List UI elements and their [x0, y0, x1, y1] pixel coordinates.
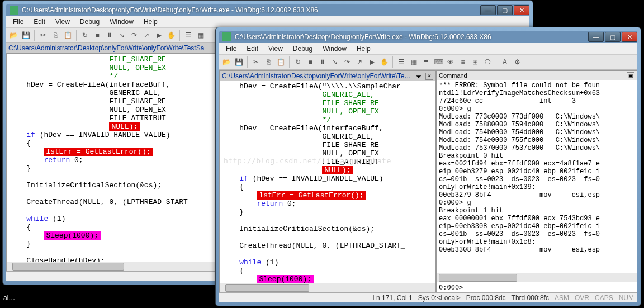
- restart-icon[interactable]: ↻: [293, 57, 303, 67]
- command-title-label: Command: [439, 72, 467, 79]
- open-icon[interactable]: 📂: [221, 57, 231, 67]
- break-icon[interactable]: ⏸: [318, 57, 328, 67]
- source-path-bar[interactable]: C:\Users\Administrator\Desktop\onlyForWr…: [220, 71, 435, 81]
- cut-icon[interactable]: ✂: [251, 57, 261, 67]
- source-path[interactable]: C:\Users\Administrator\Desktop\onlyForWr…: [222, 72, 412, 80]
- step-over-icon[interactable]: ↷: [129, 30, 139, 40]
- run-to-cursor-icon[interactable]: ▶: [154, 30, 164, 40]
- save-icon[interactable]: 💾: [21, 30, 31, 40]
- step-into-icon[interactable]: ↘: [117, 30, 127, 40]
- locals-icon[interactable]: ≡: [458, 57, 468, 67]
- menu-window[interactable]: Window: [105, 17, 138, 27]
- disasm-icon[interactable]: ⌨: [433, 57, 443, 67]
- paste-icon[interactable]: 📋: [276, 57, 286, 67]
- app-icon: [10, 6, 18, 15]
- menu-bar[interactable]: FileEditViewDebugWindowHelp: [6, 16, 529, 27]
- menu-help[interactable]: Help: [139, 17, 162, 27]
- font-icon[interactable]: A: [500, 57, 510, 67]
- command-output[interactable]: *** ERROR: Symbol file could not be foun…: [437, 80, 637, 273]
- status-caps: CAPS: [595, 294, 613, 302]
- close-button[interactable]: ✕: [622, 32, 637, 42]
- command-input-row[interactable]: 0:000>: [437, 282, 637, 292]
- status-proc: Proc 000:8dc: [466, 294, 506, 302]
- copy-icon[interactable]: ⎘: [50, 30, 60, 40]
- menu-edit[interactable]: Edit: [29, 17, 50, 27]
- status-bar: Ln 171, Col 1 Sys 0:<Local> Proc 000:8dc…: [219, 292, 637, 302]
- status-num: NUM: [619, 294, 634, 302]
- step-out-icon[interactable]: ↗: [141, 30, 151, 40]
- registers-icon[interactable]: ☰: [183, 30, 193, 40]
- cut-icon[interactable]: ✂: [38, 30, 48, 40]
- close-button[interactable]: ✕: [514, 5, 529, 15]
- maximize-button[interactable]: ▢: [497, 5, 513, 15]
- run-to-cursor-icon[interactable]: ▶: [367, 57, 377, 67]
- step-into-icon[interactable]: ↘: [330, 57, 340, 67]
- options-icon[interactable]: ⚙: [512, 57, 522, 67]
- open-icon[interactable]: 📂: [8, 30, 18, 40]
- menu-window[interactable]: Window: [318, 44, 351, 54]
- call-stack-icon[interactable]: ≣: [421, 57, 431, 67]
- threads-icon[interactable]: ⎔: [482, 57, 493, 67]
- menu-help[interactable]: Help: [352, 44, 375, 54]
- save-icon[interactable]: 💾: [234, 57, 244, 67]
- stop-icon[interactable]: ■: [92, 30, 102, 40]
- close-pane-button[interactable]: ▣: [627, 72, 634, 79]
- titlebar[interactable]: C:\Users\Administrator\Desktop\onlyForWr…: [6, 4, 529, 16]
- minimize-button[interactable]: —: [588, 32, 604, 42]
- titlebar[interactable]: C:\Users\Administrator\Desktop\Debug\onl…: [219, 31, 637, 43]
- maximize-button[interactable]: ▢: [605, 32, 621, 42]
- menu-view[interactable]: View: [51, 17, 74, 27]
- menu-bar[interactable]: FileEditViewDebugWindowHelp: [219, 43, 637, 54]
- modules-icon[interactable]: ⊞: [470, 57, 480, 67]
- taskbar-fragment: al…: [0, 294, 45, 308]
- toolbar[interactable]: 📂💾✂⎘📋↻■⏸↘↷↗▶✋☰▦≣⌨👁≡⊞⎔A⚙: [219, 54, 637, 70]
- step-out-icon[interactable]: ↗: [354, 57, 364, 67]
- menu-edit[interactable]: Edit: [242, 44, 263, 54]
- copy-icon[interactable]: ⎘: [263, 57, 273, 67]
- menu-file[interactable]: File: [221, 44, 241, 54]
- command-input[interactable]: [467, 283, 634, 291]
- status-ovr: OVR: [575, 294, 589, 302]
- app-icon: [222, 32, 231, 41]
- step-over-icon[interactable]: ↷: [342, 57, 352, 67]
- command-pane-title[interactable]: Command ▣: [437, 71, 637, 80]
- menu-view[interactable]: View: [264, 44, 287, 54]
- h-scrollbar[interactable]: [437, 273, 637, 282]
- windbg-window-front[interactable]: C:\Users\Administrator\Desktop\Debug\onl…: [215, 27, 641, 306]
- status-sys: Sys 0:<Local>: [418, 294, 461, 302]
- watch-icon[interactable]: 👁: [446, 57, 456, 67]
- hand-icon[interactable]: ✋: [166, 30, 176, 40]
- command-prompt: 0:000>: [439, 283, 463, 291]
- memory-icon[interactable]: ▦: [409, 57, 419, 67]
- menu-debug[interactable]: Debug: [75, 17, 104, 27]
- h-scrollbar[interactable]: [220, 283, 435, 292]
- break-icon[interactable]: ⏸: [105, 30, 115, 40]
- menu-debug[interactable]: Debug: [288, 44, 317, 54]
- restart-icon[interactable]: ↻: [80, 30, 90, 40]
- registers-icon[interactable]: ☰: [396, 57, 406, 67]
- status-thrd: Thrd 000:8fc: [512, 294, 549, 302]
- hand-icon[interactable]: ✋: [379, 57, 389, 67]
- menu-file[interactable]: File: [8, 17, 28, 27]
- status-asm: ASM: [555, 294, 569, 302]
- status-line-col: Ln 171, Col 1: [372, 294, 412, 302]
- minimize-button[interactable]: —: [480, 5, 496, 15]
- source-code-pane[interactable]: hDev = CreateFileA("\\\\.\\SampleChar GE…: [220, 81, 435, 283]
- close-pane-button[interactable]: ✕: [425, 73, 433, 80]
- path-dropdown-icon[interactable]: 🞃: [415, 72, 422, 80]
- stop-icon[interactable]: ■: [305, 57, 315, 67]
- paste-icon[interactable]: 📋: [63, 30, 73, 40]
- window-title: C:\Users\Administrator\Desktop\Debug\onl…: [235, 33, 491, 41]
- window-title: C:\Users\Administrator\Desktop\onlyForWr…: [22, 6, 318, 14]
- memory-icon[interactable]: ▦: [196, 30, 206, 40]
